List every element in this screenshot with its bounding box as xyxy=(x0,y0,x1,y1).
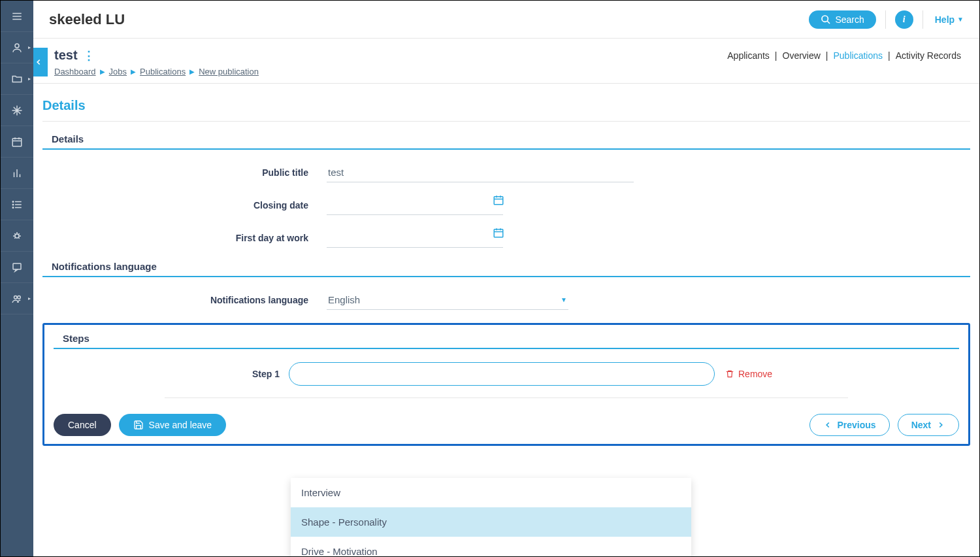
tab-overview[interactable]: Overview xyxy=(780,50,823,61)
divider xyxy=(923,10,923,29)
steps-section: Steps Step 1 Remove Cancel xyxy=(42,323,970,446)
public-title-input[interactable] xyxy=(327,163,634,182)
chevron-right-icon xyxy=(936,420,945,430)
sidebar-menu-icon[interactable] xyxy=(1,1,33,32)
info-icon[interactable]: i xyxy=(895,10,913,29)
svg-point-14 xyxy=(12,201,14,202)
section-heading-details: Details xyxy=(42,133,970,150)
svg-line-21 xyxy=(14,233,16,235)
notif-lang-value: English xyxy=(328,294,360,305)
sidebar-user-icon[interactable]: ▸ xyxy=(1,32,33,63)
brand-label: skeeled LU xyxy=(49,11,125,28)
notif-lang-select[interactable]: English ▼ xyxy=(327,290,568,310)
svg-point-28 xyxy=(822,16,828,22)
next-button[interactable]: Next xyxy=(898,414,959,436)
section-heading-notifications: Notifications language xyxy=(42,261,970,277)
svg-line-22 xyxy=(18,233,20,235)
breadcrumb-item[interactable]: Dashboard xyxy=(54,67,96,76)
remove-step-button[interactable]: Remove xyxy=(725,369,772,379)
svg-rect-34 xyxy=(494,229,503,237)
svg-line-24 xyxy=(18,237,20,239)
notif-lang-label: Notifications language xyxy=(42,295,327,305)
save-button[interactable]: Save and leave xyxy=(119,414,227,436)
svg-point-15 xyxy=(12,204,14,205)
collapse-handle[interactable] xyxy=(33,48,48,76)
step-dropdown: Interview Shape - Personality Drive - Mo… xyxy=(291,478,691,556)
sidebar: ▸ ▸ ▸ xyxy=(1,1,33,556)
svg-rect-25 xyxy=(13,263,21,269)
previous-button[interactable]: Previous xyxy=(809,414,890,436)
step1-label: Step 1 xyxy=(54,369,289,379)
calendar-icon[interactable] xyxy=(493,194,504,208)
cancel-button[interactable]: Cancel xyxy=(54,414,111,436)
svg-line-23 xyxy=(14,237,16,239)
svg-point-16 xyxy=(12,207,14,208)
breadcrumbs: Dashboard ▶ Jobs ▶ Publications ▶ New pu… xyxy=(54,67,725,76)
sidebar-bug-icon[interactable] xyxy=(1,220,33,252)
chevron-left-icon xyxy=(34,58,43,67)
breadcrumb-item[interactable]: Jobs xyxy=(109,67,127,76)
sidebar-calendar-icon[interactable] xyxy=(1,126,33,158)
tabs: Applicants | Overview | Publications | A… xyxy=(725,48,964,61)
sidebar-star-icon[interactable] xyxy=(1,95,33,126)
help-link[interactable]: Help ▼ xyxy=(935,14,964,25)
step1-select[interactable] xyxy=(289,362,715,386)
dropdown-option[interactable]: Drive - Motivation xyxy=(291,537,691,556)
sidebar-chat-icon[interactable] xyxy=(1,252,33,283)
help-label: Help xyxy=(935,14,955,25)
caret-down-icon: ▼ xyxy=(561,296,567,303)
breadcrumb-item[interactable]: New publication xyxy=(199,67,259,76)
search-icon xyxy=(821,14,831,25)
svg-line-29 xyxy=(827,21,830,24)
dropdown-option[interactable]: Shape - Personality xyxy=(291,507,691,537)
trash-icon xyxy=(725,369,734,379)
topbar: skeeled LU Search i Help ▼ xyxy=(33,1,979,39)
dropdown-option[interactable]: Interview xyxy=(291,478,691,507)
search-button[interactable]: Search xyxy=(809,10,875,29)
svg-point-17 xyxy=(15,234,19,238)
breadcrumb-item[interactable]: Publications xyxy=(140,67,186,76)
chevron-left-icon xyxy=(823,420,832,430)
svg-point-26 xyxy=(14,295,18,299)
button-bar: Cancel Save and leave Previous Next xyxy=(54,414,959,436)
tab-publications[interactable]: Publications xyxy=(831,50,886,61)
section-heading-steps: Steps xyxy=(54,333,959,349)
sidebar-analytics-icon[interactable] xyxy=(1,158,33,189)
sidebar-list-icon[interactable] xyxy=(1,189,33,220)
chevron-right-icon: ▶ xyxy=(131,68,136,75)
subheader: test ⋮ Dashboard ▶ Jobs ▶ Publications ▶… xyxy=(33,39,979,84)
svg-point-27 xyxy=(18,295,21,299)
caret-down-icon: ▼ xyxy=(957,16,964,23)
closing-date-label: Closing date xyxy=(42,200,327,211)
calendar-icon[interactable] xyxy=(493,227,504,241)
sidebar-folder-icon[interactable]: ▸ xyxy=(1,63,33,95)
first-day-label: First day at work xyxy=(42,233,327,243)
more-icon[interactable]: ⋮ xyxy=(83,48,95,63)
search-label: Search xyxy=(835,14,864,25)
tab-applicants[interactable]: Applicants xyxy=(725,50,772,61)
chevron-right-icon: ▶ xyxy=(100,68,105,75)
sidebar-group-icon[interactable]: ▸ xyxy=(1,283,33,314)
save-icon xyxy=(133,420,144,430)
tab-activity[interactable]: Activity Records xyxy=(893,50,964,61)
section-title-details: Details xyxy=(42,98,970,122)
svg-rect-30 xyxy=(494,197,503,205)
public-title-label: Public title xyxy=(42,167,327,178)
first-day-input[interactable] xyxy=(327,228,503,248)
divider xyxy=(885,10,886,29)
divider xyxy=(165,397,848,398)
svg-rect-4 xyxy=(12,138,22,146)
svg-point-3 xyxy=(15,44,19,48)
page-title: test xyxy=(54,48,78,63)
remove-label: Remove xyxy=(738,369,772,379)
chevron-right-icon: ▶ xyxy=(189,68,195,75)
closing-date-input[interactable] xyxy=(327,195,503,215)
